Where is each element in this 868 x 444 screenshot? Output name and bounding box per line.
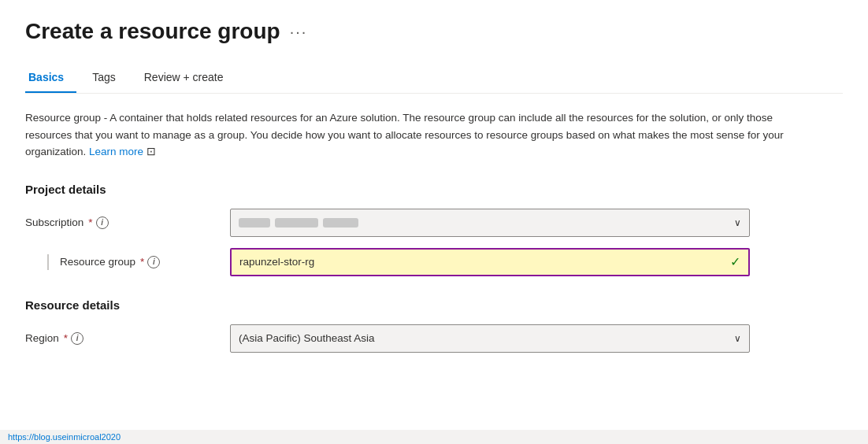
- region-value: (Asia Pacific) Southeast Asia: [239, 332, 375, 344]
- description-block: Resource group - A container that holds …: [25, 109, 797, 161]
- subscription-blurred-value: [239, 218, 358, 228]
- resource-group-value: rapunzel-stor-rg: [239, 256, 314, 268]
- subscription-info-icon[interactable]: i: [96, 216, 109, 229]
- resource-group-label: Resource group: [60, 256, 135, 268]
- resource-group-input[interactable]: rapunzel-stor-rg ✓: [230, 248, 750, 276]
- vertical-bar: [47, 254, 49, 270]
- learn-more-link[interactable]: Learn more: [89, 146, 143, 157]
- resource-group-checkmark-icon: ✓: [730, 254, 740, 269]
- resource-group-label-wrapper: Resource group * i: [25, 254, 230, 270]
- blur-block-1: [239, 218, 270, 228]
- project-details-section: Project details Subscription * i ∨: [25, 183, 843, 276]
- region-label-wrapper: Region * i: [25, 332, 230, 345]
- region-dropdown[interactable]: (Asia Pacific) Southeast Asia ∨: [230, 324, 750, 353]
- subscription-row: Subscription * i ∨: [25, 209, 843, 237]
- subscription-chevron-icon: ∨: [734, 217, 741, 228]
- region-info-icon[interactable]: i: [71, 332, 83, 345]
- subscription-dropdown[interactable]: ∨: [230, 209, 750, 237]
- resource-group-required-star: *: [140, 256, 144, 268]
- page-title: Create a resource group: [25, 19, 280, 44]
- region-required-star: *: [64, 332, 68, 344]
- subscription-label: Subscription: [25, 216, 83, 228]
- resource-details-section: Resource details Region * i (Asia Pacifi…: [25, 298, 843, 353]
- resource-details-title: Resource details: [25, 298, 843, 312]
- tab-review-create[interactable]: Review + create: [141, 63, 236, 93]
- tabs-row: Basics Tags Review + create: [25, 63, 843, 94]
- region-label: Region: [25, 332, 59, 344]
- ellipsis-menu-icon[interactable]: ···: [290, 23, 308, 41]
- bottom-url-bar: https://blog.useinmicroal2020: [0, 430, 868, 444]
- subscription-label-wrapper: Subscription * i: [25, 216, 230, 229]
- resource-group-control: rapunzel-stor-rg ✓: [230, 248, 750, 276]
- tab-basics[interactable]: Basics: [25, 63, 76, 93]
- subscription-control: ∨: [230, 209, 750, 237]
- external-link-icon: ⊡: [147, 146, 156, 157]
- tab-tags[interactable]: Tags: [89, 63, 128, 93]
- region-chevron-icon: ∨: [734, 333, 741, 344]
- subscription-required-star: *: [88, 216, 92, 228]
- blur-block-3: [323, 218, 358, 228]
- blur-block-2: [275, 218, 318, 228]
- region-row: Region * i (Asia Pacific) Southeast Asia…: [25, 324, 843, 353]
- bottom-url-text: https://blog.useinmicroal2020: [8, 432, 121, 442]
- region-control: (Asia Pacific) Southeast Asia ∨: [230, 324, 750, 353]
- project-details-title: Project details: [25, 183, 843, 196]
- connector-line: [41, 254, 57, 270]
- resource-group-info-icon[interactable]: i: [147, 256, 160, 268]
- resource-group-row: Resource group * i rapunzel-stor-rg ✓: [25, 248, 843, 276]
